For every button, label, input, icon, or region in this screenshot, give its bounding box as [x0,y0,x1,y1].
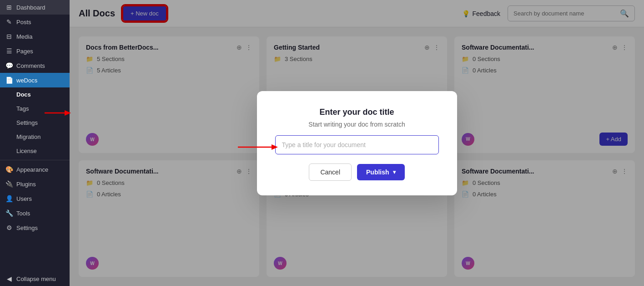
collapse-icon: ◀ [5,275,13,282]
sidebar-item-label: License [16,148,37,154]
sidebar-item-dashboard[interactable]: ⊞ Dashboard [0,0,70,15]
modal-title: Enter your doc title [319,107,394,117]
sidebar-item-label: Docs [16,91,31,98]
sidebar-item-posts[interactable]: ✎ Posts [0,15,70,29]
publish-button[interactable]: Publish ▾ [357,164,405,180]
sidebar-item-settings-docs[interactable]: Settings [13,116,70,130]
sidebar-item-comments[interactable]: 💬 Comments [0,58,70,73]
sidebar-item-tags[interactable]: Tags [13,102,70,116]
users-icon: 👤 [5,195,13,202]
sidebar-item-label: Plugins [16,181,36,188]
sidebar-item-label: Tags [16,105,29,112]
sidebar-item-plugins[interactable]: 🔌 Plugins [0,177,70,191]
sidebar-item-label: Collapse menu [16,276,56,282]
sidebar-item-label: Migration [16,133,40,140]
pages-icon: ☰ [5,47,13,55]
sidebar-item-migration[interactable]: Migration [13,130,70,144]
modal-subtitle: Start writing your doc from scratch [308,121,405,128]
tools-icon: 🔧 [5,209,13,217]
sidebar-item-media[interactable]: ⊟ Media [0,29,70,44]
sidebar-item-label: Posts [16,19,31,26]
cancel-button[interactable]: Cancel [309,163,352,181]
wedocs-icon: 📄 [5,77,13,84]
sidebar-item-label: Settings [16,225,38,231]
sidebar-item-label: Pages [16,48,33,55]
sidebar-item-appearance[interactable]: 🎨 Appearance [0,162,70,177]
appearance-icon: 🎨 [5,166,13,173]
sidebar-item-label: Appearance [16,166,48,173]
sidebar-item-collapse[interactable]: ◀ Collapse menu [0,271,70,286]
publish-label: Publish [366,169,389,176]
media-icon: ⊟ [5,33,13,40]
main-content: All Docs + New doc 💡 Feedback 🔍 Docs fro… [70,0,644,286]
plugins-icon: 🔌 [5,180,13,188]
sidebar-item-wedocs[interactable]: 📄 weDocs [0,73,70,87]
comments-icon: 💬 [5,62,13,69]
sidebar-item-label: Dashboard [16,4,45,11]
sidebar-item-label: Users [16,195,32,202]
sidebar-item-label: Settings [16,119,38,126]
sidebar-item-label: Tools [16,210,30,217]
sidebar-item-docs[interactable]: Docs [13,87,70,102]
settings-icon: ⚙ [5,224,13,231]
sidebar-item-label: weDocs [16,77,37,84]
sidebar-item-label: Media [16,33,32,40]
sidebar: ⊞ Dashboard ✎ Posts ⊟ Media ☰ Pages 💬 Co… [0,0,70,286]
sidebar-item-pages[interactable]: ☰ Pages [0,44,70,58]
sidebar-item-users[interactable]: 👤 Users [0,191,70,206]
sidebar-item-settings[interactable]: ⚙ Settings [0,220,70,235]
sidebar-item-license[interactable]: License [13,144,70,158]
modal-actions: Cancel Publish ▾ [309,163,404,181]
modal-dialog: Enter your doc title Start writing your … [257,91,457,195]
sidebar-divider [0,160,70,160]
dashboard-icon: ⊞ [5,4,13,11]
publish-chevron-icon: ▾ [393,169,396,175]
sidebar-item-tools[interactable]: 🔧 Tools [0,206,70,220]
modal-overlay: Enter your doc title Start writing your … [70,0,644,286]
sidebar-item-label: Comments [16,62,45,69]
posts-icon: ✎ [5,18,13,26]
doc-title-input[interactable] [275,135,439,154]
